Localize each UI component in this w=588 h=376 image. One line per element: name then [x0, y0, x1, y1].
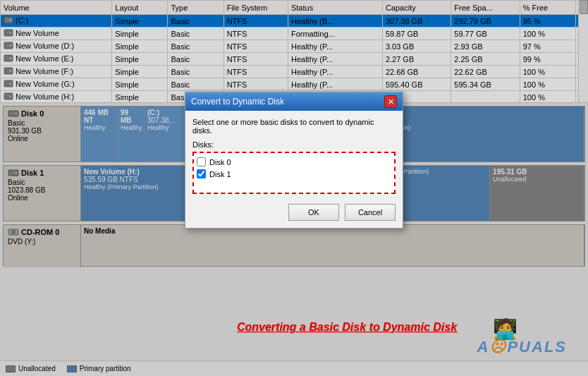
disk-checkbox-item[interactable]: Disk 1 — [197, 168, 391, 180]
disk-checkbox-0[interactable] — [197, 157, 206, 166]
disk-checkbox-label-0: Disk 0 — [209, 158, 231, 166]
modal-overlay: Convert to Dynamic Disk ✕ Select one or … — [0, 0, 588, 376]
disk-checkbox-1[interactable] — [197, 169, 206, 178]
cancel-button[interactable]: Cancel — [345, 204, 396, 221]
modal-instruction: Select one or more basic disks to conver… — [192, 118, 396, 135]
ok-button[interactable]: OK — [288, 204, 339, 221]
modal-titlebar: Convert to Dynamic Disk ✕ — [185, 92, 403, 111]
modal-close-button[interactable]: ✕ — [384, 95, 397, 108]
modal-disks-label: Disks: — [192, 140, 396, 149]
modal-title: Convert to Dynamic Disk — [191, 97, 284, 107]
modal-body: Select one or more basic disks to conver… — [185, 111, 403, 228]
disk-checkbox-item[interactable]: Disk 0 — [197, 156, 391, 168]
modal-buttons: OK Cancel — [192, 201, 396, 221]
convert-dialog: Convert to Dynamic Disk ✕ Select one or … — [185, 92, 403, 229]
disk-checkbox-label-1: Disk 1 — [209, 170, 231, 178]
disks-listbox[interactable]: Disk 0 Disk 1 — [192, 152, 396, 194]
